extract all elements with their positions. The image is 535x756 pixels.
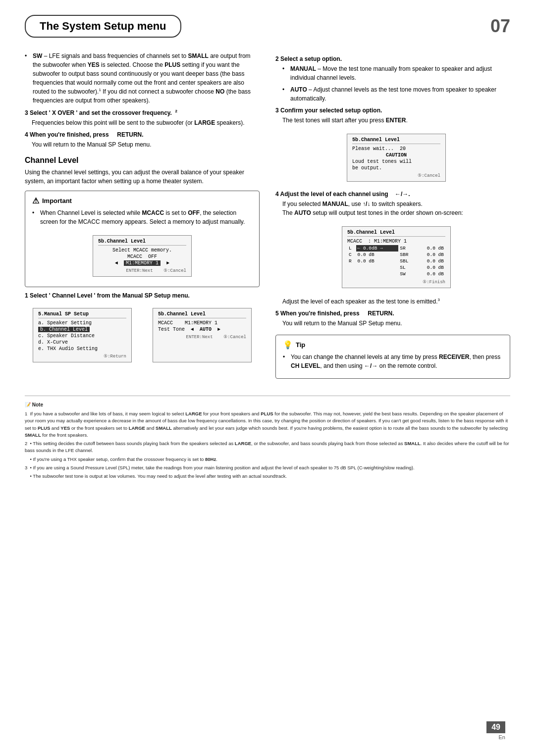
- level-val-sbr: 0.0 dB: [416, 252, 445, 258]
- mcacc-screen-row1: Select MCACC memory.: [98, 248, 186, 253]
- step3-left-body: Frequencies below this point will be sen…: [32, 118, 260, 127]
- right-column: 2 Select a setup option. MANUAL – Move t…: [275, 51, 510, 386]
- wait-screen-caution: CAUTION: [352, 152, 440, 158]
- header-bar: The System Setup menu 07: [25, 15, 510, 38]
- level-label-sbl: SBL: [398, 258, 416, 264]
- manual-sp-row-b: b. Channel Level: [38, 327, 126, 332]
- tip-icon: 💡: [283, 340, 293, 350]
- channel-level-body: Using the channel level settings, you ca…: [25, 168, 260, 186]
- level-screen: 5b.Channel Level MCACC : M1:MEMORY 1 L ←…: [342, 226, 451, 288]
- step5-right-heading: 5 When you're finished, press RETURN.: [275, 310, 510, 317]
- intro-bullet-sw: SW – LFE signals and bass frequencies of…: [25, 51, 260, 105]
- manual-sp-row-e: e. THX Audio Setting: [38, 346, 126, 352]
- level-screen-title: 5b.Channel Level: [347, 230, 445, 237]
- manual-sp-row-d: d. X-Curve: [38, 340, 126, 345]
- note-2: 2 • This setting decides the cutoff betw…: [25, 440, 510, 454]
- wait-screen-row3: Loud test tones will: [352, 159, 440, 164]
- step4-manual-note: If you selected MANUAL, use ↑/↓ to switc…: [282, 200, 510, 208]
- step5-right-body: You will return to the Manual SP Setup m…: [282, 319, 510, 328]
- intro-bullets: SW – LFE signals and bass frequencies of…: [25, 51, 260, 105]
- level-label-sl: SL: [398, 264, 416, 271]
- level-screen-wrapper: 5b.Channel Level MCACC : M1:MEMORY 1 L ←…: [282, 221, 510, 293]
- level-label-l: L: [347, 245, 356, 252]
- manual-sp-row-c: c. Speaker Distance: [38, 333, 126, 339]
- manual-sp-footer: ⑤:Return: [38, 353, 126, 359]
- important-icon: ⚠: [32, 196, 39, 205]
- note-3: 3 • If you are using a Sound Pressure Le…: [25, 464, 510, 471]
- important-bullet-1: When Channel Level is selected while MCA…: [32, 208, 252, 226]
- step2-right-heading: 2 Select a setup option.: [275, 55, 510, 62]
- page-number: 49: [486, 721, 505, 733]
- level-row-c: C 0.0 dB SBR 0.0 dB: [347, 252, 445, 258]
- manual-sp-setup-screen: 5.Manual SP Setup a. Speaker Setting b. …: [33, 308, 132, 362]
- step4-emitted-note: Adjust the level of each speaker as the …: [282, 297, 510, 306]
- wait-screen-footer: ⑤:Cancel: [352, 173, 440, 178]
- step4-left-body: You will return to the Manual SP Setup m…: [32, 140, 260, 149]
- mcacc-screen-footer: ENTER:Next ⑤:Cancel: [98, 268, 186, 273]
- wait-screen-row1: Please wait... 20: [352, 146, 440, 151]
- wait-screen-row4: be output.: [352, 165, 440, 171]
- main-content: SW – LFE signals and bass frequencies of…: [25, 51, 510, 386]
- ch-level-footer: ENTER:Next ⑤:Cancel: [158, 334, 246, 340]
- step1-left-heading: 1 Select ' Channel Level ' from the Manu…: [25, 292, 260, 299]
- level-val-sbl: 0.0 dB: [416, 258, 445, 264]
- level-table: L ← 0.0dB → SR 0.0 dB C 0.0 dB SBR 0.0 d…: [347, 245, 445, 277]
- level-label-c: C: [347, 252, 356, 258]
- mcacc-screen: 5b.Channel Level Select MCACC memory. MC…: [93, 235, 192, 277]
- step1-screens: 5.Manual SP Setup a. Speaker Setting b. …: [25, 303, 260, 367]
- step2-auto-bullet: AUTO – Adjust channel levels as the test…: [282, 85, 510, 103]
- level-row-l: L ← 0.0dB → SR 0.0 dB: [347, 245, 445, 252]
- mcacc-screen-title: 5b.Channel Level: [98, 239, 186, 246]
- step3-right-body: The test tones will start after you pres…: [282, 116, 510, 125]
- important-bullets: When Channel Level is selected while MCA…: [32, 208, 252, 226]
- wait-screen: 5b.Channel Level Please wait... 20 CAUTI…: [347, 134, 446, 182]
- important-box: ⚠ Important When Channel Level is select…: [25, 191, 260, 287]
- manual-sp-screen-title: 5.Manual SP Setup: [38, 311, 126, 318]
- ch-level-row-mcacc: MCACC M1:MEMORY 1: [158, 320, 246, 326]
- note-title: 📝 Note: [25, 401, 510, 408]
- step4-left-heading: 4 When you're finished, press RETURN.: [25, 131, 260, 138]
- step2-bullets: MANUAL – Move the test tone manually fro…: [282, 64, 510, 103]
- level-val-r: 0.0 dB: [356, 258, 399, 264]
- ch-level-screen-title: 5b.Channel Level: [158, 311, 246, 318]
- level-val-sl: 0.0 dB: [416, 264, 445, 271]
- left-column: SW – LFE signals and bass frequencies of…: [25, 51, 260, 386]
- level-label-sw: SW: [398, 271, 416, 277]
- channel-level-auto-screen: 5b.Channel Level MCACC M1:MEMORY 1 Test …: [153, 308, 252, 362]
- important-title: ⚠ Important: [32, 196, 252, 205]
- step2-manual-bullet: MANUAL – Move the test tone manually fro…: [282, 64, 510, 82]
- wait-screen-title: 5b.Channel Level: [352, 137, 440, 144]
- header-title-box: The System Setup menu: [25, 15, 181, 38]
- ch-level-row-tone: Test Tone ◄ AUTO ►: [158, 327, 246, 332]
- page-title: The System Setup menu: [40, 20, 166, 32]
- level-label-r: R: [347, 258, 356, 264]
- note-1: 1 If you have a subwoofer and like lots …: [25, 410, 510, 439]
- step3-right-heading: 3 Confirm your selected setup option.: [275, 107, 510, 114]
- note-section: 📝 Note 1 If you have a subwoofer and lik…: [25, 396, 510, 480]
- note-3b: • The subwoofer test tone is output at l…: [25, 473, 510, 480]
- tip-bullets: You can change the channel levels at any…: [283, 353, 503, 370]
- level-mcacc-row: MCACC : M1:MEMORY 1: [347, 239, 445, 244]
- level-val-sr: 0.0 dB: [416, 245, 445, 252]
- mcacc-screen-row2: MCACC OFF: [98, 254, 186, 259]
- level-label-sr: SR: [398, 245, 416, 252]
- mcacc-screen-row3: ◄ M1:MEMORY 1 ►: [98, 260, 186, 266]
- level-val-sw: 0.0 dB: [416, 271, 445, 277]
- level-row-sw: SW 0.0 dB: [347, 271, 445, 277]
- mcacc-screen-wrapper: 5b.Channel Level Select MCACC memory. MC…: [32, 230, 252, 282]
- wait-screen-wrapper: 5b.Channel Level Please wait... 20 CAUTI…: [282, 129, 510, 187]
- page-number-area: 49 En: [486, 721, 505, 740]
- manual-sp-row-a: a. Speaker Setting: [38, 320, 126, 326]
- level-val-l: ← 0.0dB →: [356, 245, 399, 252]
- channel-level-heading: Channel Level: [25, 156, 260, 165]
- step3-left-heading: 3 Select ' X OVER ' and set the crossove…: [25, 109, 260, 116]
- tip-box: 💡 Tip You can change the channel levels …: [275, 335, 510, 379]
- tip-bullet-1: You can change the channel levels at any…: [283, 353, 503, 370]
- level-row-r: R 0.0 dB SBL 0.0 dB: [347, 258, 445, 264]
- chapter-number: 07: [490, 16, 510, 37]
- level-val-c: 0.0 dB: [356, 252, 399, 258]
- level-screen-footer: ⑤:Finish: [347, 279, 445, 285]
- page: The System Setup menu 07 SW – LFE signal…: [0, 0, 535, 756]
- note-2b: • If you're using a THX speaker setup, c…: [25, 456, 510, 463]
- page-lang: En: [486, 734, 505, 740]
